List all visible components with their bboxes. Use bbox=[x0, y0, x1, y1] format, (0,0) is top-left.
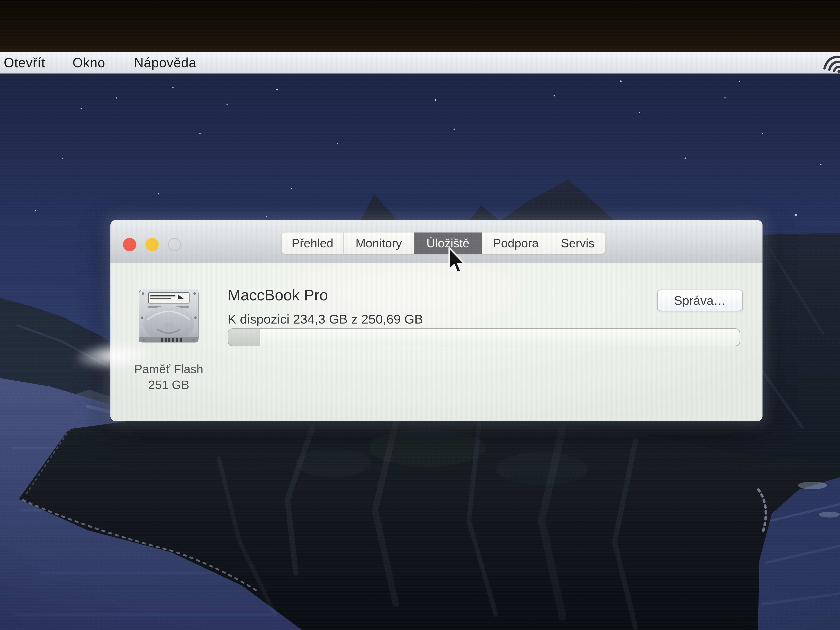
manage-button[interactable]: Správa… bbox=[657, 290, 743, 311]
zoom-button-disabled bbox=[168, 238, 181, 251]
traffic-lights bbox=[123, 238, 181, 251]
window-titlebar[interactable]: Přehled Monitory Úložiště Podpora Servis bbox=[111, 220, 763, 263]
tab-prehled[interactable]: Přehled bbox=[282, 232, 344, 254]
storage-used-segment bbox=[228, 329, 260, 346]
disk-column: Paměť Flash 251 GB bbox=[122, 283, 216, 393]
photo-dark-area bbox=[0, 0, 840, 52]
tab-bar: Přehled Monitory Úložiště Podpora Servis bbox=[282, 232, 605, 254]
menu-item-window[interactable]: Okno bbox=[73, 52, 105, 73]
photographed-macbook-screen: Otevřít Okno Nápověda Přehled Monitory Ú… bbox=[0, 0, 840, 630]
menu-item-open[interactable]: Otevřít bbox=[4, 52, 45, 73]
minimize-button[interactable] bbox=[145, 238, 159, 251]
availability-text: K dispozici 234,3 GB z 250,69 GB bbox=[228, 312, 423, 327]
disk-capacity-label: 251 GB bbox=[122, 377, 216, 393]
storage-panel: Paměť Flash 251 GB MaccBook Pro K dispoz… bbox=[111, 263, 763, 421]
tab-monitory[interactable]: Monitory bbox=[344, 232, 414, 254]
about-this-mac-window: Přehled Monitory Úložiště Podpora Servis bbox=[111, 220, 763, 421]
volume-title: MaccBook Pro bbox=[228, 286, 328, 304]
menu-item-help[interactable]: Nápověda bbox=[134, 52, 196, 73]
mouse-cursor bbox=[447, 247, 468, 277]
tab-servis[interactable]: Servis bbox=[550, 232, 605, 254]
camera-flash-reflection bbox=[72, 339, 157, 373]
menu-bar: Otevřít Okno Nápověda bbox=[0, 52, 840, 74]
close-button[interactable] bbox=[123, 238, 136, 251]
storage-usage-bar bbox=[228, 328, 740, 346]
tab-podpora[interactable]: Podpora bbox=[482, 232, 550, 254]
